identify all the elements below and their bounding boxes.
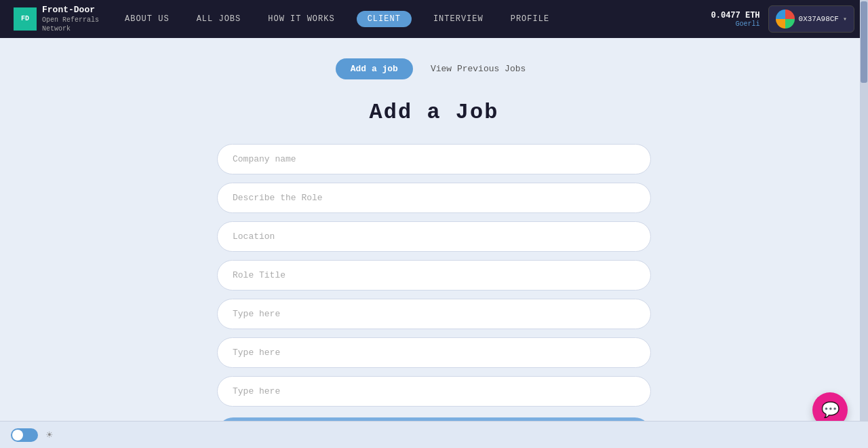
page-title: Add a Job <box>370 100 499 125</box>
scrollbar[interactable] <box>860 0 868 448</box>
role-title-input[interactable] <box>217 260 651 291</box>
nav-how-it-works[interactable]: HOW IT WORKS <box>262 12 340 26</box>
chat-icon: 💬 <box>821 401 840 419</box>
toggle-knob <box>12 430 23 441</box>
describe-role-input[interactable] <box>217 183 651 213</box>
logo[interactable]: FD Front-Door Open Referrals Network <box>14 5 99 34</box>
nav-client[interactable]: CLIENT <box>357 11 412 27</box>
location-input[interactable] <box>217 221 651 252</box>
logo-text: Front-Door Open Referrals Network <box>42 5 99 34</box>
wallet-address: 0X37A98CF <box>799 15 839 23</box>
tab-add-job[interactable]: Add a job <box>336 58 413 79</box>
wallet-avatar <box>776 10 795 29</box>
logo-icon: FD <box>14 7 37 31</box>
company-name-input[interactable] <box>217 144 651 174</box>
tab-view-previous-jobs[interactable]: View Previous Jobs <box>424 58 532 79</box>
nav-left: FD Front-Door Open Referrals Network ABO… <box>14 5 555 34</box>
extra-field-3-input[interactable] <box>217 376 651 407</box>
chevron-down-icon: ▾ <box>843 15 847 23</box>
extra-field-1-input[interactable] <box>217 299 651 329</box>
main-content: Add a job View Previous Jobs Add a Job A… <box>0 38 868 448</box>
add-job-form: ADD JOB <box>217 144 651 448</box>
theme-toggle[interactable] <box>11 428 38 442</box>
tab-bar: Add a job View Previous Jobs <box>336 58 533 79</box>
navbar: FD Front-Door Open Referrals Network ABO… <box>0 0 868 38</box>
extra-field-2-input[interactable] <box>217 337 651 368</box>
sun-icon[interactable]: ☀ <box>46 428 53 442</box>
nav-right: 0.0477 ETH Goerli 0X37A98CF ▾ <box>711 5 854 33</box>
nav-links: ABOUT US ALL JOBS HOW IT WORKS CLIENT IN… <box>119 11 555 27</box>
nav-all-jobs[interactable]: ALL JOBS <box>191 12 247 26</box>
nav-interview[interactable]: INTERVIEW <box>428 12 489 26</box>
nav-about-us[interactable]: ABOUT US <box>119 12 175 26</box>
bottom-bar: ☀ <box>0 421 868 448</box>
nav-profile[interactable]: PROFILE <box>505 12 555 26</box>
eth-info: 0.0477 ETH Goerli <box>711 11 760 28</box>
wallet-button[interactable]: 0X37A98CF ▾ <box>768 5 854 33</box>
scrollbar-thumb[interactable] <box>861 1 867 83</box>
